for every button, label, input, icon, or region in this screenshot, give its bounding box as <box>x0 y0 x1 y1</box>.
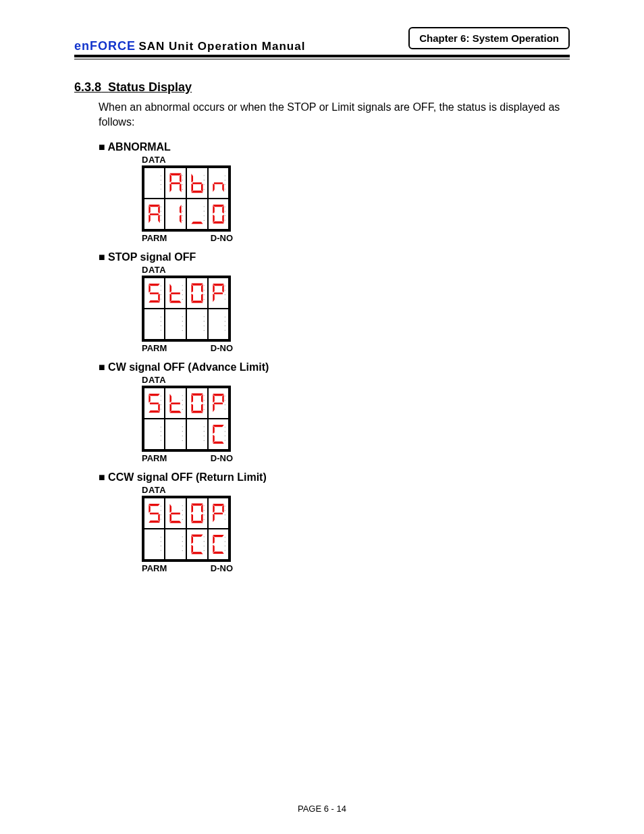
svg-point-117 <box>204 285 205 286</box>
svg-point-62 <box>182 206 183 207</box>
svg-marker-3 <box>149 190 159 192</box>
svg-marker-198 <box>191 394 203 396</box>
svg-marker-165 <box>213 315 223 317</box>
svg-marker-289 <box>191 521 203 523</box>
svg-marker-211 <box>222 404 223 412</box>
svg-marker-33 <box>213 174 223 176</box>
svg-marker-145 <box>180 325 182 334</box>
display-title-0: ■ ABNORMAL <box>99 141 570 153</box>
svg-point-218 <box>225 405 225 405</box>
svg-point-327 <box>182 541 183 542</box>
svg-marker-48 <box>149 215 150 223</box>
svg-point-54 <box>161 220 161 221</box>
svg-marker-281 <box>171 513 180 515</box>
svg-marker-267 <box>149 521 159 523</box>
label-dno: D-NO <box>211 563 233 573</box>
svg-marker-121 <box>213 284 223 286</box>
segment-char <box>189 390 205 416</box>
svg-marker-50 <box>150 213 159 215</box>
svg-point-152 <box>182 325 183 326</box>
svg-marker-61 <box>171 213 180 215</box>
svg-point-315 <box>161 537 161 538</box>
svg-point-106 <box>182 285 183 286</box>
svg-point-217 <box>225 400 225 400</box>
svg-point-73 <box>204 206 205 207</box>
svg-marker-67 <box>201 205 203 213</box>
svg-point-140 <box>161 321 161 321</box>
svg-marker-192 <box>169 394 171 402</box>
svg-point-272 <box>161 510 161 511</box>
svg-point-285 <box>182 519 183 520</box>
svg-point-120 <box>204 299 205 300</box>
svg-point-86 <box>225 215 225 216</box>
svg-point-162 <box>204 321 205 321</box>
svg-marker-125 <box>213 294 214 302</box>
svg-marker-341 <box>213 535 223 537</box>
svg-point-98 <box>161 299 161 300</box>
svg-point-208 <box>204 409 205 410</box>
svg-marker-313 <box>149 536 150 544</box>
svg-marker-330 <box>191 535 203 537</box>
svg-point-185 <box>161 405 161 405</box>
segment-char <box>146 531 162 557</box>
svg-point-139 <box>161 317 161 317</box>
svg-marker-36 <box>213 190 223 192</box>
svg-marker-314 <box>150 544 159 545</box>
svg-marker-234 <box>169 442 181 444</box>
svg-marker-320 <box>180 535 182 544</box>
svg-marker-171 <box>214 323 223 325</box>
svg-marker-71 <box>191 205 193 213</box>
svg-point-150 <box>182 316 183 317</box>
segment-char <box>167 421 184 447</box>
svg-point-21 <box>182 189 183 190</box>
svg-point-75 <box>204 215 205 216</box>
svg-marker-6 <box>150 182 159 184</box>
svg-marker-135 <box>149 332 159 334</box>
svg-marker-224 <box>149 435 150 443</box>
svg-point-194 <box>182 395 183 396</box>
svg-point-293 <box>204 505 205 506</box>
segment-char <box>189 531 205 557</box>
svg-marker-5 <box>149 174 150 182</box>
svg-marker-242 <box>191 425 203 427</box>
svg-marker-231 <box>169 425 181 427</box>
svg-marker-46 <box>158 215 159 223</box>
svg-point-10 <box>161 189 161 190</box>
svg-marker-80 <box>213 221 223 224</box>
svg-point-63 <box>182 211 183 211</box>
svg-point-119 <box>204 294 205 295</box>
seven-segment-display <box>142 276 231 342</box>
svg-marker-134 <box>158 325 159 333</box>
svg-point-262 <box>225 436 225 436</box>
segment-char <box>167 201 184 227</box>
svg-marker-204 <box>192 402 202 405</box>
svg-point-43 <box>225 189 225 190</box>
svg-marker-57 <box>180 215 182 224</box>
svg-marker-105 <box>171 292 180 294</box>
svg-marker-69 <box>191 221 203 224</box>
label-parm: PARM <box>142 453 167 463</box>
svg-marker-232 <box>180 425 182 434</box>
svg-point-282 <box>182 505 183 506</box>
svg-point-87 <box>225 220 225 221</box>
svg-point-316 <box>161 541 161 542</box>
svg-marker-286 <box>191 504 203 506</box>
svg-marker-312 <box>149 545 150 553</box>
svg-marker-236 <box>169 425 171 434</box>
svg-marker-56 <box>180 205 182 213</box>
svg-marker-1 <box>158 174 159 182</box>
seven-segment-display <box>142 496 231 562</box>
svg-marker-168 <box>213 332 223 334</box>
display-title-3: ■ CCW signal OFF (Return Limit) <box>99 471 570 484</box>
svg-marker-155 <box>201 315 203 323</box>
svg-marker-233 <box>180 435 182 444</box>
svg-point-238 <box>182 426 183 427</box>
segment-char <box>167 170 184 196</box>
segment-char <box>146 500 162 526</box>
svg-marker-27 <box>191 174 193 182</box>
svg-point-9 <box>161 184 161 185</box>
svg-marker-37 <box>213 184 214 192</box>
label-data: DATA <box>142 155 233 165</box>
svg-point-219 <box>225 409 225 410</box>
svg-marker-167 <box>222 325 223 333</box>
